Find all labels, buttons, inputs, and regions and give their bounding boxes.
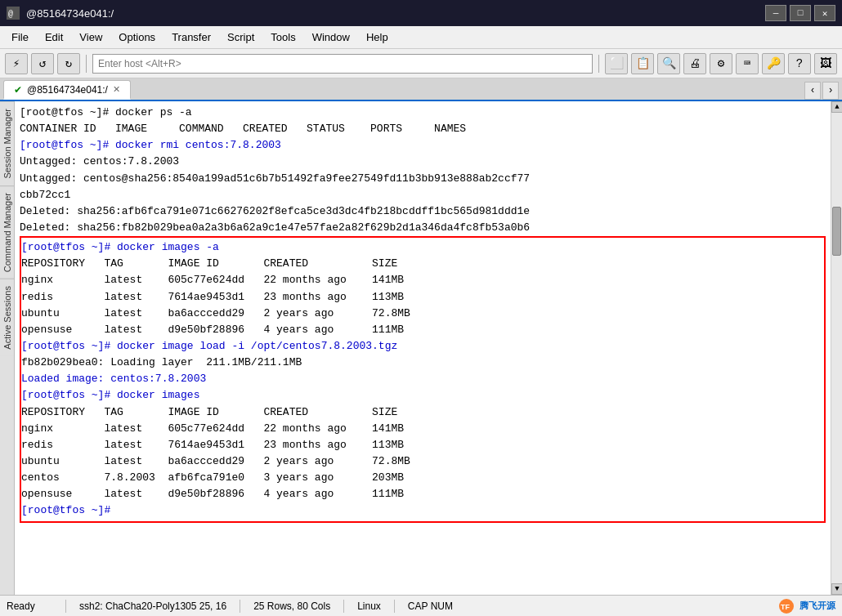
toolbar-settings-btn[interactable]: ⚙ xyxy=(710,53,732,74)
toolbar-copy-btn[interactable]: ⬜ xyxy=(605,53,628,74)
scroll-up-btn[interactable]: ▲ xyxy=(831,101,842,113)
status-ready: Ready xyxy=(7,600,56,612)
main-area: Session Manager Command Manager Active S… xyxy=(0,101,842,595)
menu-window[interactable]: Window xyxy=(304,28,358,47)
toolbar-print-btn[interactable]: 🖨 xyxy=(683,53,706,74)
menu-tools[interactable]: Tools xyxy=(262,28,303,47)
title-bar: @ @85164734e041:/ — □ ✕ xyxy=(0,0,842,26)
toolbar-refresh-btn[interactable]: ↻ xyxy=(57,53,80,74)
toolbar-help-btn[interactable]: ? xyxy=(788,53,811,74)
menu-help[interactable]: Help xyxy=(358,28,396,47)
tab-active[interactable]: ✔ @85164734e041:/ ✕ xyxy=(3,80,131,100)
toolbar-connect-btn[interactable]: ⚡ xyxy=(5,53,28,74)
separator-1 xyxy=(86,55,87,73)
status-logo: TF 腾飞开源 xyxy=(777,598,835,614)
menu-file[interactable]: File xyxy=(3,28,37,47)
sidebar-active-sessions[interactable]: Active Sessions xyxy=(0,279,15,356)
status-rows-cols: 25 Rows, 80 Cols xyxy=(250,600,334,612)
svg-text:@: @ xyxy=(8,10,13,19)
host-input[interactable] xyxy=(92,54,593,74)
tab-prev-btn[interactable]: ‹ xyxy=(804,82,821,100)
tab-next-btn[interactable]: › xyxy=(822,82,839,100)
menu-options[interactable]: Options xyxy=(110,28,163,47)
scroll-thumb[interactable] xyxy=(832,207,841,256)
menu-view[interactable]: View xyxy=(71,28,110,47)
tab-bar: ✔ @85164734e041:/ ✕ ‹ › xyxy=(0,78,842,101)
minimize-button[interactable]: — xyxy=(765,5,786,21)
tab-label: @85164734e041:/ xyxy=(27,84,108,96)
toolbar-keyboard-btn[interactable]: ⌨ xyxy=(736,53,759,74)
status-cap-num: CAP NUM xyxy=(405,600,456,612)
menu-script[interactable]: Script xyxy=(219,28,262,47)
terminal-wrapper: [root@tfos ~]# docker ps -a CONTAINER ID… xyxy=(15,101,842,595)
toolbar-media-btn[interactable]: 🖼 xyxy=(814,53,837,74)
sidebar-command-manager[interactable]: Command Manager xyxy=(0,185,15,279)
toolbar: ⚡ ↺ ↻ ⬜ 📋 🔍 🖨 ⚙ ⌨ 🔑 ? 🖼 xyxy=(0,49,842,78)
status-divider-2 xyxy=(240,600,240,613)
toolbar-search-btn[interactable]: 🔍 xyxy=(657,53,680,74)
app-icon: @ xyxy=(7,7,20,20)
menu-edit[interactable]: Edit xyxy=(37,28,71,47)
close-button[interactable]: ✕ xyxy=(814,5,835,21)
status-ssh-info: ssh2: ChaCha20-Poly1305 25, 16 xyxy=(76,600,230,612)
status-os: Linux xyxy=(354,600,384,612)
separator-2 xyxy=(598,55,599,73)
status-divider-3 xyxy=(343,600,344,613)
scroll-track[interactable] xyxy=(831,113,842,583)
tab-navigation: ‹ › xyxy=(804,82,839,100)
status-divider-4 xyxy=(394,600,395,613)
sidebar-left: Session Manager Command Manager Active S… xyxy=(0,101,15,595)
terminal[interactable]: [root@tfos ~]# docker ps -a CONTAINER ID… xyxy=(15,101,831,595)
toolbar-key-btn[interactable]: 🔑 xyxy=(762,53,785,74)
window-controls: — □ ✕ xyxy=(765,5,835,21)
window-title: @85164734e041:/ xyxy=(26,7,759,20)
tab-checkmark: ✔ xyxy=(14,84,22,96)
tab-close-btn[interactable]: ✕ xyxy=(113,85,120,94)
status-bar: Ready ssh2: ChaCha20-Poly1305 25, 16 25 … xyxy=(0,595,842,616)
svg-text:TF: TF xyxy=(781,603,790,611)
menu-bar: File Edit View Options Transfer Script T… xyxy=(0,26,842,49)
terminal-scrollbar: ▲ ▼ xyxy=(831,101,842,595)
terminal-content: [root@tfos ~]# docker ps -a CONTAINER ID… xyxy=(20,106,826,516)
toolbar-paste-btn[interactable]: 📋 xyxy=(631,53,654,74)
scroll-down-btn[interactable]: ▼ xyxy=(831,583,842,595)
menu-transfer[interactable]: Transfer xyxy=(163,28,219,47)
maximize-button[interactable]: □ xyxy=(790,5,811,21)
logo-text: 腾飞开源 xyxy=(799,600,835,612)
toolbar-reconnect-btn[interactable]: ↺ xyxy=(31,53,54,74)
logo-icon: TF xyxy=(777,598,796,614)
status-divider-1 xyxy=(65,600,66,613)
sidebar-session-manager[interactable]: Session Manager xyxy=(0,101,15,185)
